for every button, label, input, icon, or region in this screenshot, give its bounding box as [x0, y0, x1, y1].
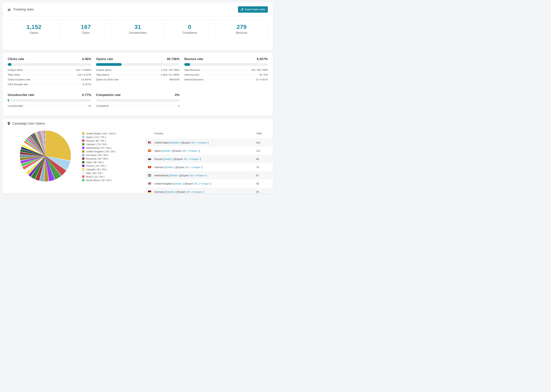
- country-name: Netherlands: [154, 174, 168, 177]
- export-all-link[interactable]: All ›: [183, 149, 187, 152]
- export-unique-link[interactable]: Unique ›: [198, 141, 208, 144]
- legend-label: Italy ( 36 / 2% ): [86, 172, 103, 175]
- stat-box-unsubscribes: 31Unsubscribes: [112, 20, 164, 43]
- bracket-text: ] [Export:: [179, 174, 190, 177]
- table-row-germany: Germany [Details ›] [Export: All › / Uni…: [145, 188, 273, 193]
- table-row-united-kingdom: United Kingdom [Details ›] [Export: All …: [145, 179, 273, 188]
- stat-line-soft-bounces: Soft bounces18 / 0%: [184, 73, 268, 78]
- bracket-text: [: [168, 174, 170, 177]
- rate-title-row: Clicks rate4.46%: [8, 57, 91, 61]
- legend-label: Brazil ( 33 / 2% ): [86, 175, 104, 178]
- legend-label: India ( 46 / 3% ): [86, 161, 104, 164]
- legend-item-united-states[interactable]: United States ( 541 / 31% ): [82, 132, 116, 135]
- slash-separator: /: [187, 149, 189, 152]
- details-link[interactable]: Details ›: [164, 158, 173, 161]
- details-link[interactable]: Details ›: [162, 149, 172, 152]
- legend-swatch: [82, 150, 84, 153]
- export-all-link[interactable]: All ›: [190, 174, 194, 177]
- export-unique-link[interactable]: Unique ›: [197, 174, 206, 177]
- export-unique-link[interactable]: Unique ›: [189, 149, 199, 152]
- bracket-text: [: [165, 190, 166, 193]
- stat-line-value: 2,303 / 61.446%: [161, 73, 179, 76]
- total-cell: 67: [256, 174, 273, 177]
- export-unique-link[interactable]: Unique ›: [201, 182, 211, 185]
- stat-line-label: Click through rate: [8, 83, 28, 86]
- rates-grid: Clicks rate4.46%Unique clicks167 / 4.456…: [3, 53, 273, 109]
- export-basic-stats-button[interactable]: Export basic stats: [238, 6, 268, 13]
- legend-label: France ( 42 / 2% ): [86, 165, 106, 167]
- country-cell: Vietnam [Details ›] [Export: All › / Uni…: [145, 166, 256, 169]
- legend-swatch: [82, 143, 84, 145]
- stat-value: 0: [164, 24, 215, 30]
- geo-opens-pie-chart[interactable]: [20, 131, 71, 182]
- flag-vn-icon: [148, 166, 151, 168]
- details-link[interactable]: Details ›: [165, 166, 175, 169]
- rate-title-row: Opens rate30.736%: [96, 57, 179, 61]
- country-name: United Kingdom: [154, 182, 173, 185]
- legend-item-france[interactable]: France ( 42 / 2% ): [82, 164, 116, 168]
- flag-us-icon: [148, 141, 151, 143]
- legend-item-vietnam[interactable]: Vietnam ( 79 / 5% ): [82, 142, 116, 146]
- bracket-text: [: [173, 182, 174, 185]
- bracket-text: ]: [199, 149, 199, 152]
- export-all-link[interactable]: All ›: [185, 166, 190, 169]
- legend-item-brazil[interactable]: Brazil ( 33 / 2% ): [82, 175, 116, 178]
- total-cell: 86: [256, 158, 273, 161]
- legend-swatch: [82, 147, 84, 149]
- legend-item-south-africa[interactable]: South Africa ( 29 / 2% ): [82, 178, 116, 182]
- details-link[interactable]: Details ›: [166, 190, 176, 193]
- dashboard-page: { "accent_color": "#14879e", "link_color…: [0, 0, 276, 196]
- legend-item-romania[interactable]: Romania ( 49 / 3% ): [82, 157, 116, 161]
- progress-bar: [96, 99, 179, 102]
- rate-value: 0%: [175, 93, 179, 97]
- export-unique-link[interactable]: Unique ›: [192, 166, 202, 169]
- bracket-text: [: [161, 149, 162, 152]
- details-link[interactable]: Details ›: [170, 174, 179, 177]
- legend-item-russia[interactable]: Russia ( 86 / 5% ): [82, 139, 116, 142]
- export-all-link[interactable]: All ›: [194, 182, 199, 185]
- tracking-stats-title: Tracking stats: [8, 7, 34, 11]
- rate-lines: Complaints0: [96, 104, 179, 109]
- rate-title-row: Bounce rate6.927%: [184, 57, 268, 61]
- export-all-link[interactable]: All ›: [186, 190, 191, 193]
- legend-swatch: [82, 154, 84, 156]
- legend-item-united-kingdom[interactable]: United Kingdom ( 59 / 3% ): [82, 150, 116, 153]
- export-all-link[interactable]: All ›: [191, 141, 196, 144]
- country-name: Germany: [154, 190, 165, 193]
- stat-line-internal-bounces: Internal bounces19 / 6.81%: [184, 78, 268, 83]
- legend-label: Romania ( 49 / 3% ): [86, 157, 108, 160]
- details-link[interactable]: Details ›: [171, 141, 181, 144]
- legend-item-india[interactable]: India ( 46 / 3% ): [82, 161, 116, 164]
- export-unique-link[interactable]: Unique ›: [193, 190, 203, 193]
- rate-title: Complaints rate: [96, 93, 121, 97]
- total-cell: 79: [256, 166, 273, 169]
- country-cell: United Kingdom [Details ›] [Export: All …: [145, 182, 256, 185]
- total-cell: 541: [256, 141, 273, 144]
- slash-separator: /: [191, 190, 193, 193]
- country-cell: Russia [Details ›] [Export: All › / Uniq…: [145, 158, 256, 161]
- stat-line-label: Clicks to opens rate: [8, 78, 30, 81]
- stat-line-click-through-rate: Click through rate4.147%: [8, 83, 91, 88]
- geo-header: Campaign Geo Opens: [3, 119, 273, 128]
- table-row-spain: Spain [Details ›] [Export: All › / Uniqu…: [145, 147, 273, 155]
- stat-line-label: Unsubscribes: [8, 104, 23, 107]
- total-column-header: Total: [256, 132, 273, 135]
- legend-item-italy[interactable]: Italy ( 36 / 2% ): [82, 171, 116, 175]
- export-button-label: Export basic stats: [245, 8, 265, 11]
- stat-line-unsubscribes: Unsubscribes31: [8, 104, 91, 109]
- bracket-text: ] [Export:: [173, 158, 184, 161]
- country-name: Vietnam: [154, 166, 164, 169]
- legend-item-germany[interactable]: Germany ( 55 / 3% ): [82, 153, 116, 157]
- total-cell: 121: [256, 149, 273, 152]
- rate-value: 30.736%: [167, 57, 179, 61]
- export-unique-link[interactable]: Unique ›: [191, 158, 200, 161]
- slash-separator: /: [199, 182, 201, 185]
- export-all-link[interactable]: All ›: [184, 158, 188, 161]
- legend-item-netherlands[interactable]: Netherlands ( 67 / 4% ): [82, 146, 116, 150]
- legend-item-canada[interactable]: Canada ( 40 / 2% ): [82, 168, 116, 171]
- legend-item-spain[interactable]: Spain ( 121 / 7% ): [82, 135, 116, 139]
- details-link[interactable]: Details ›: [174, 182, 184, 185]
- legend-label: Russia ( 86 / 5% ): [86, 139, 106, 142]
- stat-line-label: Soft bounces: [184, 73, 199, 76]
- bracket-text: ]: [208, 141, 208, 144]
